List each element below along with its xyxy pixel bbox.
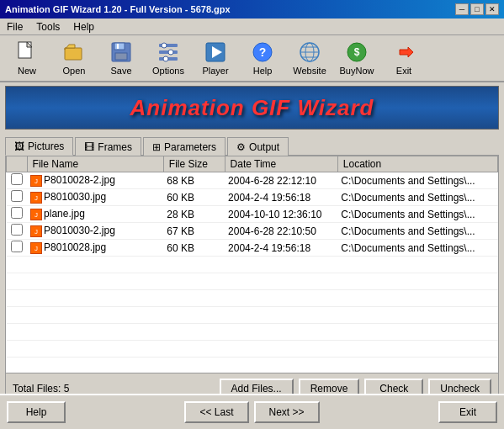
new-icon — [15, 40, 39, 64]
svg-text:?: ? — [259, 45, 267, 59]
help-nav-button[interactable]: Help — [7, 401, 66, 423]
row-location: C:\Documents and Settings\... — [337, 206, 497, 223]
pictures-tab-label: Pictures — [28, 140, 64, 152]
row-checkbox-0[interactable] — [11, 173, 23, 185]
help-toolbar-label: Help — [253, 66, 273, 76]
col-header-check — [7, 156, 28, 172]
tabs-container: 🖼 Pictures 🎞 Frames ⊞ Parameters ⚙ Outpu… — [0, 133, 504, 155]
navigation-bar: Help << Last Next >> Exit — [0, 394, 504, 429]
empty-row — [7, 307, 498, 324]
row-filesize: 60 KB — [163, 240, 225, 257]
frames-tab-icon: 🎞 — [84, 141, 94, 153]
menu-file[interactable]: File — [3, 20, 26, 34]
buynow-label: BuyNow — [340, 66, 374, 76]
col-header-filename[interactable]: File Name — [27, 156, 163, 172]
options-icon — [157, 40, 180, 64]
row-checkbox-1[interactable] — [11, 190, 23, 202]
col-header-datetime[interactable]: Date Time — [225, 156, 337, 172]
help-icon: ? — [251, 40, 274, 64]
row-filesize: 68 KB — [163, 172, 225, 189]
empty-row — [7, 257, 498, 273]
empty-row — [7, 273, 498, 290]
row-checkbox-cell — [7, 240, 28, 257]
menu-tools[interactable]: Tools — [33, 20, 63, 34]
svg-rect-4 — [114, 43, 125, 50]
empty-row — [7, 341, 498, 358]
row-checkbox-cell — [7, 172, 28, 189]
last-button[interactable]: << Last — [184, 401, 248, 423]
row-checkbox-4[interactable] — [11, 241, 23, 252]
row-filesize: 60 KB — [163, 189, 225, 206]
file-icon: J — [30, 225, 42, 237]
row-checkbox-cell — [7, 189, 28, 206]
tab-parameters[interactable]: ⊞ Parameters — [143, 137, 225, 156]
row-filename: JP8010028-2.jpg — [27, 172, 163, 189]
options-label: Options — [152, 66, 184, 76]
open-label: Open — [63, 66, 86, 76]
save-label: Save — [110, 66, 131, 76]
row-datetime: 2004-6-28 22:12:10 — [225, 172, 337, 189]
open-icon — [62, 40, 86, 64]
svg-text:$: $ — [354, 46, 360, 58]
row-checkbox-2[interactable] — [11, 207, 23, 219]
new-button[interactable]: New — [5, 39, 49, 77]
menu-bar: File Tools Help — [0, 19, 504, 35]
help-toolbar-button[interactable]: ? Help — [241, 39, 284, 77]
maximize-button[interactable]: □ — [470, 3, 484, 15]
file-icon: J — [30, 242, 42, 254]
player-icon — [204, 40, 227, 64]
next-button[interactable]: Next >> — [254, 401, 320, 423]
row-filename: JP8010030-2.jpg — [27, 223, 163, 240]
file-list-container: File Name File Size Date Time Location J… — [5, 155, 499, 373]
file-icon: J — [30, 175, 42, 187]
col-header-filesize[interactable]: File Size — [163, 156, 225, 172]
file-table: File Name File Size Date Time Location J… — [6, 156, 498, 358]
save-icon — [109, 40, 133, 64]
file-icon: J — [30, 192, 42, 204]
player-button[interactable]: Player — [194, 39, 237, 77]
row-filename: JP8010028.jpg — [27, 240, 163, 257]
col-header-location[interactable]: Location — [337, 156, 497, 172]
tab-output[interactable]: ⚙ Output — [227, 137, 289, 156]
open-button[interactable]: Open — [52, 39, 96, 77]
svg-rect-6 — [117, 44, 119, 49]
svg-point-11 — [168, 50, 173, 55]
tab-pictures[interactable]: 🖼 Pictures — [5, 137, 73, 156]
player-label: Player — [202, 66, 228, 76]
table-row: JP8010028-2.jpg 68 KB 2004-6-28 22:12:10… — [7, 172, 498, 189]
exit-toolbar-label: Exit — [396, 66, 411, 76]
empty-row — [7, 290, 498, 307]
exit-icon — [392, 40, 416, 64]
menu-help[interactable]: Help — [70, 20, 98, 34]
website-icon — [298, 40, 321, 64]
row-location: C:\Documents and Settings\... — [337, 189, 497, 206]
tab-frames[interactable]: 🎞 Frames — [75, 137, 141, 156]
row-datetime: 2004-6-28 22:10:50 — [225, 223, 337, 240]
minimize-button[interactable]: ─ — [455, 3, 469, 15]
empty-row — [7, 324, 498, 341]
row-filesize: 28 KB — [163, 206, 225, 223]
row-checkbox-3[interactable] — [11, 224, 23, 236]
title-bar-buttons: ─ □ ✕ — [455, 3, 499, 15]
table-row: JP8010030-2.jpg 67 KB 2004-6-28 22:10:50… — [7, 223, 498, 240]
table-row: JP8010028.jpg 60 KB 2004-2-4 19:56:18 C:… — [7, 240, 498, 257]
buynow-icon: $ — [345, 40, 369, 64]
new-label: New — [18, 66, 36, 76]
parameters-tab-label: Parameters — [164, 141, 216, 153]
options-button[interactable]: Options — [146, 39, 190, 77]
row-datetime: 2004-2-4 19:56:18 — [225, 189, 337, 206]
close-button[interactable]: ✕ — [485, 3, 499, 15]
row-location: C:\Documents and Settings\... — [337, 240, 497, 257]
website-button[interactable]: Website — [288, 39, 332, 77]
table-row: Jplane.jpg 28 KB 2004-10-10 12:36:10 C:\… — [7, 206, 498, 223]
output-tab-label: Output — [249, 141, 279, 153]
row-filesize: 67 KB — [163, 223, 225, 240]
exit-button[interactable]: Exit — [382, 39, 426, 77]
output-tab-icon: ⚙ — [236, 141, 246, 153]
buynow-button[interactable]: $ BuyNow — [335, 39, 379, 77]
exit-nav-button[interactable]: Exit — [438, 401, 497, 423]
row-checkbox-cell — [7, 223, 28, 240]
row-location: C:\Documents and Settings\... — [337, 172, 497, 189]
save-button[interactable]: Save — [99, 39, 143, 77]
parameters-tab-icon: ⊞ — [152, 141, 161, 153]
